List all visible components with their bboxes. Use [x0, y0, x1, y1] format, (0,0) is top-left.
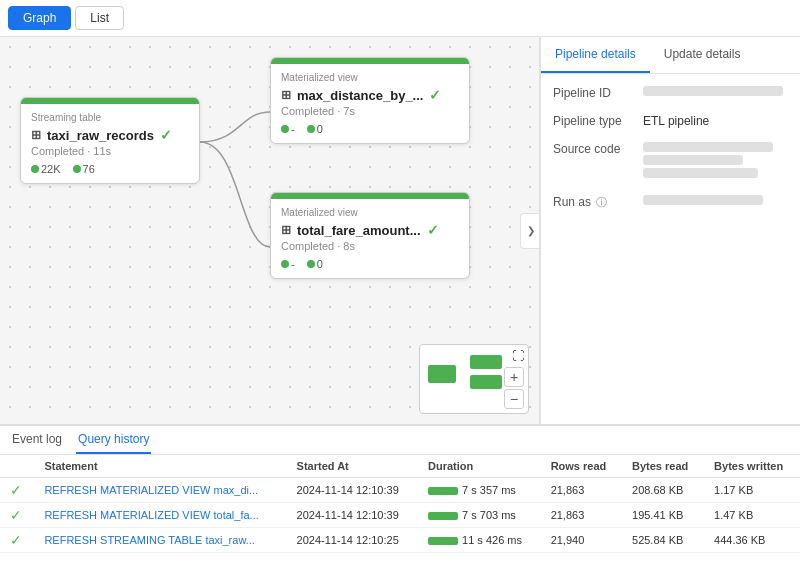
node-type-label: Streaming table: [31, 112, 189, 123]
source-code-blur2: [643, 155, 743, 165]
row-statement[interactable]: REFRESH STREAMING TABLE taxi_raw...: [34, 528, 286, 553]
row-duration: 7 s 703 ms: [418, 503, 541, 528]
expand-icon[interactable]: ⛶: [512, 349, 524, 363]
row-statement[interactable]: REFRESH MATERIALIZED VIEW max_di...: [34, 478, 286, 503]
panel-body: Pipeline ID Pipeline type ETL pipeline S…: [541, 74, 800, 424]
check-icon: ✓: [160, 127, 172, 143]
bottom-panel: Event log Query history Statement Starte…: [0, 424, 800, 580]
check-icon-mv2: ✓: [427, 222, 439, 238]
minimap: ⛶ + −: [419, 344, 529, 414]
node-title: ⊞ taxi_raw_records ✓: [31, 127, 189, 143]
tab-pipeline-details[interactable]: Pipeline details: [541, 37, 650, 73]
node-title-text-mv2: total_fare_amount...: [297, 223, 421, 238]
graph-tab-button[interactable]: Graph: [8, 6, 71, 30]
table-body: ✓ REFRESH MATERIALIZED VIEW max_di... 20…: [0, 478, 800, 553]
mini-node-mv1: [470, 355, 502, 369]
row-duration: 11 s 426 ms: [418, 528, 541, 553]
node-mv2[interactable]: Materialized view ⊞ total_fare_amount...…: [270, 192, 470, 279]
row-status: ✓: [0, 503, 34, 528]
dot2-mv2: [307, 260, 315, 268]
minimap-zoom-controls: + −: [504, 367, 524, 409]
query-history-tab[interactable]: Query history: [76, 426, 151, 454]
node-stats-mv1: - 0: [281, 123, 459, 135]
zoom-in-button[interactable]: +: [504, 367, 524, 387]
row-started-at: 2024-11-14 12:10:39: [287, 478, 418, 503]
col-header-rows-read: Rows read: [541, 455, 622, 478]
right-panel: Pipeline details Update details Pipeline…: [540, 37, 800, 424]
mini-node-mv2: [470, 375, 502, 389]
graph-area[interactable]: Streaming table ⊞ taxi_raw_records ✓ Com…: [0, 37, 540, 424]
dot2-mv1: [307, 125, 315, 133]
toolbar: Graph List: [0, 0, 800, 37]
col-header-duration: Duration: [418, 455, 541, 478]
run-as-blur: [643, 195, 763, 205]
main-content: Streaming table ⊞ taxi_raw_records ✓ Com…: [0, 37, 800, 424]
pipeline-type-label: Pipeline type: [553, 114, 643, 128]
row-rows-read: 21,863: [541, 478, 622, 503]
stat2-mv1: 0: [307, 123, 323, 135]
table-header: Statement Started At Duration Rows read …: [0, 455, 800, 478]
node-title-text-mv1: max_distance_by_...: [297, 88, 423, 103]
duration-bar: [428, 537, 458, 545]
pipeline-id-label: Pipeline ID: [553, 86, 643, 100]
zoom-out-button[interactable]: −: [504, 389, 524, 409]
duration-bar: [428, 512, 458, 520]
stat1-mv2: -: [281, 258, 295, 270]
row-duration: 7 s 357 ms: [418, 478, 541, 503]
node-body: Streaming table ⊞ taxi_raw_records ✓ Com…: [21, 104, 199, 183]
row-bytes-written: 444.36 KB: [704, 528, 800, 553]
node-stats-mv2: - 0: [281, 258, 459, 270]
table-row[interactable]: ✓ REFRESH MATERIALIZED VIEW total_fa... …: [0, 503, 800, 528]
source-code-label: Source code: [553, 142, 643, 181]
list-tab-button[interactable]: List: [75, 6, 124, 30]
check-icon-mv1: ✓: [429, 87, 441, 103]
node-title-mv2: ⊞ total_fare_amount... ✓: [281, 222, 459, 238]
run-as-value: [643, 195, 763, 210]
node-type-label-mv2: Materialized view: [281, 207, 459, 218]
row-statement[interactable]: REFRESH MATERIALIZED VIEW total_fa...: [34, 503, 286, 528]
col-header-statement: [0, 455, 34, 478]
row-bytes-read: 195.41 KB: [622, 503, 704, 528]
node-body-mv1: Materialized view ⊞ max_distance_by_... …: [271, 64, 469, 143]
pipeline-id-blur: [643, 86, 783, 96]
col-header-started-at: Started At: [287, 455, 418, 478]
node-stats: 22K 76: [31, 163, 189, 175]
panel-tabs: Pipeline details Update details: [541, 37, 800, 74]
table-row[interactable]: ✓ REFRESH MATERIALIZED VIEW max_di... 20…: [0, 478, 800, 503]
node-body-mv2: Materialized view ⊞ total_fare_amount...…: [271, 199, 469, 278]
statement-link[interactable]: REFRESH STREAMING TABLE taxi_raw...: [44, 534, 254, 546]
row-started-at: 2024-11-14 12:10:39: [287, 503, 418, 528]
statement-link[interactable]: REFRESH MATERIALIZED VIEW total_fa...: [44, 509, 258, 521]
dot2: [73, 165, 81, 173]
row-rows-read: 21,863: [541, 503, 622, 528]
mini-node-source: [428, 365, 456, 383]
statement-link[interactable]: REFRESH MATERIALIZED VIEW max_di...: [44, 484, 258, 496]
pipeline-id-row: Pipeline ID: [553, 86, 788, 100]
row-bytes-written: 1.47 KB: [704, 503, 800, 528]
table-icon-mv1: ⊞: [281, 88, 291, 102]
dot1-mv1: [281, 125, 289, 133]
run-as-info-icon: ⓘ: [596, 196, 607, 208]
row-bytes-written: 1.17 KB: [704, 478, 800, 503]
event-log-tab[interactable]: Event log: [10, 426, 64, 454]
source-code-value: [643, 142, 773, 181]
table-row[interactable]: ✓ REFRESH STREAMING TABLE taxi_raw... 20…: [0, 528, 800, 553]
source-code-blur1: [643, 142, 773, 152]
col-header-bytes-read: Bytes read: [622, 455, 704, 478]
row-bytes-read: 525.84 KB: [622, 528, 704, 553]
node-status-mv1: Completed · 7s: [281, 105, 459, 117]
table-icon: ⊞: [31, 128, 41, 142]
row-bytes-read: 208.68 KB: [622, 478, 704, 503]
sidebar-toggle-button[interactable]: ❯: [520, 213, 540, 249]
col-header-bytes-written: Bytes written: [704, 455, 800, 478]
node-streaming-table[interactable]: Streaming table ⊞ taxi_raw_records ✓ Com…: [20, 97, 200, 184]
query-history-table: Statement Started At Duration Rows read …: [0, 455, 800, 553]
status-ok-icon: ✓: [10, 482, 22, 498]
row-rows-read: 21,940: [541, 528, 622, 553]
pipeline-type-value: ETL pipeline: [643, 114, 788, 128]
tab-update-details[interactable]: Update details: [650, 37, 755, 73]
node-mv1[interactable]: Materialized view ⊞ max_distance_by_... …: [270, 57, 470, 144]
table-container: Statement Started At Duration Rows read …: [0, 455, 800, 580]
col-header-statement-text: Statement: [34, 455, 286, 478]
row-status: ✓: [0, 478, 34, 503]
